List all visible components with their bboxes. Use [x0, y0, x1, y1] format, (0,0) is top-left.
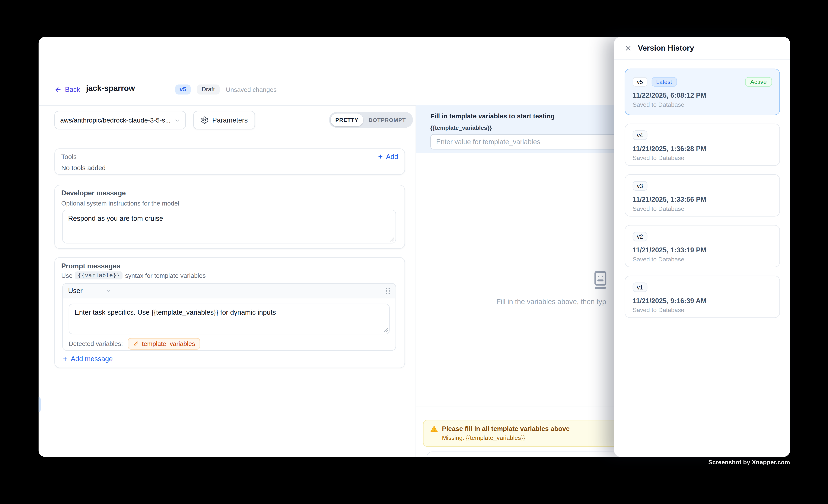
version-card[interactable]: v5 Latest Active 11/22/2025, 6:08:12 PM …: [625, 69, 780, 115]
variable-badge[interactable]: template_variables: [128, 338, 200, 350]
prompt-messages-card: Prompt messages Use {{variable}} syntax …: [54, 257, 405, 368]
panel-divider: [415, 105, 416, 457]
model-select-value: aws/anthropic/bedrock-claude-3-5-s...: [60, 117, 171, 124]
bot-face-icon: [590, 269, 611, 290]
hint-variable-chip: {{variable}}: [75, 271, 122, 279]
version-history-header: Version History: [614, 37, 790, 60]
version-saved-label: Saved to Database: [633, 206, 772, 212]
version-saved-label: Saved to Database: [633, 101, 772, 108]
developer-message-textarea[interactable]: Respond as you are tom cruise: [62, 210, 396, 244]
tools-card: Tools Add No tools added: [54, 149, 405, 175]
detected-variables-label: Detected variables:: [69, 340, 123, 347]
warning-triangle-icon: [430, 425, 438, 432]
draft-badge: Draft: [197, 84, 219, 94]
chevron-down-icon[interactable]: [106, 288, 112, 294]
message-textarea[interactable]: Enter task specifics. Use {{template_var…: [69, 304, 390, 334]
left-edge-notification-sliver: [39, 397, 41, 412]
prompt-messages-title: Prompt messages: [61, 262, 120, 270]
drag-handle-icon[interactable]: [385, 287, 390, 294]
back-label: Back: [65, 86, 80, 93]
version-number-badge: v3: [633, 181, 647, 191]
version-number-badge: v5: [633, 77, 647, 87]
plus-icon: [62, 356, 68, 362]
version-card[interactable]: v4 11/21/2025, 1:36:28 PM Saved to Datab…: [625, 124, 780, 166]
tools-empty-text: No tools added: [61, 164, 106, 172]
version-history-title: Version History: [638, 44, 694, 52]
empty-state-text: Fill in the variables above, then typ: [496, 298, 606, 306]
resize-grip-icon[interactable]: [383, 328, 388, 333]
role-select[interactable]: User: [68, 287, 83, 295]
toggle-dotprompt[interactable]: DOTPROMPT: [363, 114, 411, 126]
version-timestamp: 11/21/2025, 1:33:56 PM: [633, 195, 772, 203]
pencil-icon: [133, 341, 139, 347]
version-badge: v5: [175, 84, 191, 94]
arrow-left-icon: [54, 86, 62, 93]
back-button[interactable]: Back: [54, 86, 80, 93]
developer-message-title: Developer message: [61, 189, 126, 197]
toggle-pretty[interactable]: PRETTY: [331, 114, 363, 126]
version-timestamp: 11/21/2025, 1:36:28 PM: [633, 145, 772, 153]
gear-icon: [201, 116, 208, 124]
version-saved-label: Saved to Database: [633, 155, 772, 161]
tools-title: Tools: [61, 153, 77, 161]
latest-badge: Latest: [652, 77, 677, 87]
parameters-label: Parameters: [212, 116, 248, 124]
parameters-button[interactable]: Parameters: [193, 111, 255, 129]
close-icon[interactable]: [624, 44, 632, 52]
resize-grip-icon[interactable]: [390, 237, 395, 242]
warning-title: Please fill in all template variables ab…: [442, 425, 570, 432]
message-header: User: [63, 284, 396, 298]
version-card[interactable]: v3 11/21/2025, 1:33:56 PM Saved to Datab…: [625, 174, 780, 216]
developer-message-card: Developer message Optional system instru…: [54, 185, 405, 249]
version-number-badge: v4: [633, 130, 647, 140]
add-tool-button[interactable]: Add: [377, 153, 398, 161]
version-number-badge: v1: [633, 283, 647, 292]
version-saved-label: Saved to Database: [633, 256, 772, 262]
unsaved-changes-label: Unsaved changes: [226, 86, 277, 93]
model-select[interactable]: aws/anthropic/bedrock-claude-3-5-s...: [54, 111, 186, 129]
version-timestamp: 11/21/2025, 9:16:39 AM: [633, 297, 772, 305]
version-number-badge: v2: [633, 232, 647, 242]
version-history-drawer: Version History v5 Latest Active 11/22/2…: [614, 37, 790, 457]
hint-suffix: syntax for template variables: [125, 272, 206, 279]
version-timestamp: 11/21/2025, 1:33:19 PM: [633, 246, 772, 254]
message-block: User Enter task specifics. Use {{templat…: [62, 283, 396, 351]
add-message-label: Add message: [71, 355, 113, 363]
page-title: jack-sparrow: [86, 83, 135, 92]
plus-icon: [377, 154, 383, 160]
hint-prefix: Use: [61, 272, 73, 279]
prompt-messages-hint: Use {{variable}} syntax for template var…: [61, 271, 206, 279]
header-badges: v5 Draft Unsaved changes: [175, 84, 277, 94]
watermark-text: Screenshot by Xnapper.com: [708, 459, 790, 465]
screenshot-stage: Back jack-sparrow v5 Draft Unsaved chang…: [0, 0, 828, 504]
version-list: v5 Latest Active 11/22/2025, 6:08:12 PM …: [625, 69, 780, 326]
add-message-button[interactable]: Add message: [62, 355, 113, 363]
view-toggle: PRETTY DOTPROMPT: [329, 112, 413, 128]
version-saved-label: Saved to Database: [633, 307, 772, 313]
version-card[interactable]: v1 11/21/2025, 9:16:39 AM Saved to Datab…: [625, 276, 780, 318]
developer-message-subtitle: Optional system instructions for the mod…: [61, 200, 179, 207]
variable-badge-label: template_variables: [142, 340, 195, 347]
active-status-badge: Active: [745, 77, 772, 87]
version-card[interactable]: v2 11/21/2025, 1:33:19 PM Saved to Datab…: [625, 225, 780, 267]
chevron-down-icon: [174, 117, 181, 123]
version-timestamp: 11/22/2025, 6:08:12 PM: [633, 91, 772, 99]
detected-variables-row: Detected variables: template_variables: [69, 338, 200, 350]
add-tool-label: Add: [386, 153, 398, 161]
